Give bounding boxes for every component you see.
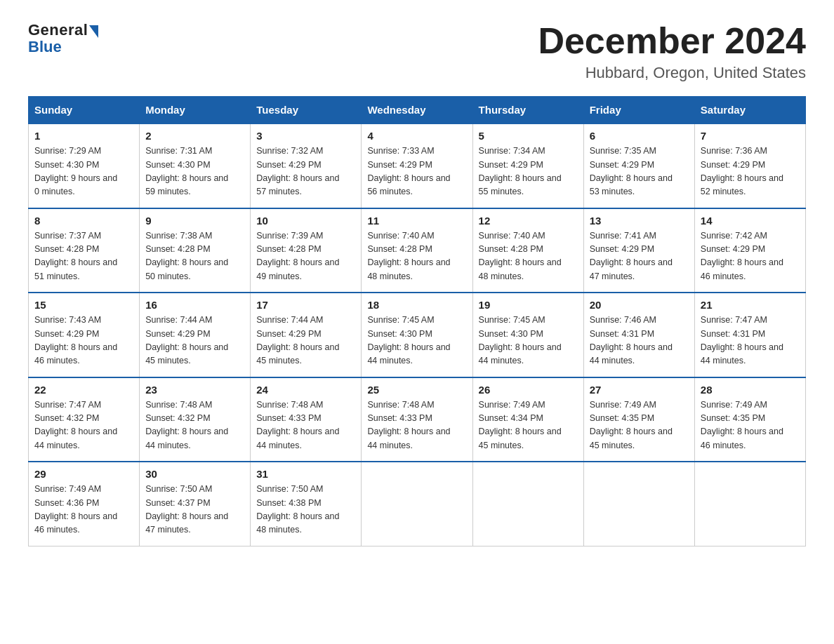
calendar-day-cell: 23Sunrise: 7:48 AMSunset: 4:32 PMDayligh… <box>140 377 251 462</box>
title-area: December 2024 Hubbard, Oregon, United St… <box>538 21 806 82</box>
day-header-monday: Monday <box>140 97 251 124</box>
calendar-day-cell: 14Sunrise: 7:42 AMSunset: 4:29 PMDayligh… <box>694 208 805 293</box>
day-number: 16 <box>145 299 244 311</box>
day-info: Sunrise: 7:50 AMSunset: 4:38 PMDaylight:… <box>256 483 355 537</box>
calendar-empty-cell <box>362 462 472 546</box>
calendar-day-cell: 12Sunrise: 7:40 AMSunset: 4:28 PMDayligh… <box>472 208 583 293</box>
calendar-day-cell: 22Sunrise: 7:47 AMSunset: 4:32 PMDayligh… <box>29 377 140 462</box>
day-number: 30 <box>145 468 244 480</box>
calendar-week-row: 29Sunrise: 7:49 AMSunset: 4:36 PMDayligh… <box>29 462 806 546</box>
calendar-day-cell: 19Sunrise: 7:45 AMSunset: 4:30 PMDayligh… <box>472 293 583 377</box>
day-number: 8 <box>34 215 133 227</box>
day-number: 1 <box>34 130 133 142</box>
day-info: Sunrise: 7:29 AMSunset: 4:30 PMDaylight:… <box>34 145 133 199</box>
calendar-day-cell: 29Sunrise: 7:49 AMSunset: 4:36 PMDayligh… <box>29 462 140 546</box>
calendar-day-cell: 16Sunrise: 7:44 AMSunset: 4:29 PMDayligh… <box>140 293 251 377</box>
calendar-day-cell: 26Sunrise: 7:49 AMSunset: 4:34 PMDayligh… <box>472 377 583 462</box>
calendar-day-cell: 9Sunrise: 7:38 AMSunset: 4:28 PMDaylight… <box>140 208 251 293</box>
day-info: Sunrise: 7:42 AMSunset: 4:29 PMDaylight:… <box>701 229 800 284</box>
day-info: Sunrise: 7:43 AMSunset: 4:29 PMDaylight:… <box>34 314 133 368</box>
calendar-day-cell: 17Sunrise: 7:44 AMSunset: 4:29 PMDayligh… <box>251 293 362 377</box>
day-number: 7 <box>701 130 800 142</box>
day-number: 27 <box>590 384 689 396</box>
calendar-day-cell: 1Sunrise: 7:29 AMSunset: 4:30 PMDaylight… <box>29 123 140 208</box>
day-info: Sunrise: 7:46 AMSunset: 4:31 PMDaylight:… <box>590 314 689 368</box>
calendar-day-cell: 7Sunrise: 7:36 AMSunset: 4:29 PMDaylight… <box>694 123 805 208</box>
page-header: General Blue December 2024 Hubbard, Oreg… <box>28 21 806 82</box>
calendar-day-cell: 28Sunrise: 7:49 AMSunset: 4:35 PMDayligh… <box>694 377 805 462</box>
day-info: Sunrise: 7:47 AMSunset: 4:31 PMDaylight:… <box>701 314 800 368</box>
day-number: 5 <box>479 130 578 142</box>
day-header-wednesday: Wednesday <box>362 97 472 124</box>
day-number: 14 <box>701 215 800 227</box>
day-info: Sunrise: 7:37 AMSunset: 4:28 PMDaylight:… <box>34 229 133 284</box>
day-info: Sunrise: 7:35 AMSunset: 4:29 PMDaylight:… <box>590 145 689 199</box>
day-info: Sunrise: 7:49 AMSunset: 4:35 PMDaylight:… <box>590 398 689 453</box>
day-number: 26 <box>479 384 578 396</box>
day-info: Sunrise: 7:45 AMSunset: 4:30 PMDaylight:… <box>367 314 466 368</box>
day-number: 12 <box>479 215 578 227</box>
day-info: Sunrise: 7:40 AMSunset: 4:28 PMDaylight:… <box>367 229 466 284</box>
day-info: Sunrise: 7:49 AMSunset: 4:34 PMDaylight:… <box>479 398 578 453</box>
day-info: Sunrise: 7:41 AMSunset: 4:29 PMDaylight:… <box>590 229 689 284</box>
logo: General Blue <box>28 21 98 56</box>
calendar-day-cell: 15Sunrise: 7:43 AMSunset: 4:29 PMDayligh… <box>29 293 140 377</box>
calendar-day-cell: 27Sunrise: 7:49 AMSunset: 4:35 PMDayligh… <box>583 377 694 462</box>
calendar-day-cell: 4Sunrise: 7:33 AMSunset: 4:29 PMDaylight… <box>362 123 472 208</box>
calendar-day-cell: 6Sunrise: 7:35 AMSunset: 4:29 PMDaylight… <box>583 123 694 208</box>
day-info: Sunrise: 7:50 AMSunset: 4:37 PMDaylight:… <box>145 483 244 537</box>
logo-general-text: General <box>28 21 88 39</box>
calendar-empty-cell <box>694 462 805 546</box>
calendar-empty-cell <box>583 462 694 546</box>
day-number: 19 <box>479 299 578 311</box>
calendar-day-cell: 11Sunrise: 7:40 AMSunset: 4:28 PMDayligh… <box>362 208 472 293</box>
day-number: 25 <box>367 384 466 396</box>
day-info: Sunrise: 7:49 AMSunset: 4:35 PMDaylight:… <box>701 398 800 453</box>
calendar-day-cell: 20Sunrise: 7:46 AMSunset: 4:31 PMDayligh… <box>583 293 694 377</box>
calendar-day-cell: 24Sunrise: 7:48 AMSunset: 4:33 PMDayligh… <box>251 377 362 462</box>
day-header-tuesday: Tuesday <box>251 97 362 124</box>
day-info: Sunrise: 7:49 AMSunset: 4:36 PMDaylight:… <box>34 483 133 537</box>
day-number: 29 <box>34 468 133 480</box>
day-info: Sunrise: 7:31 AMSunset: 4:30 PMDaylight:… <box>145 145 244 199</box>
day-number: 18 <box>367 299 466 311</box>
day-number: 3 <box>256 130 355 142</box>
calendar-day-cell: 21Sunrise: 7:47 AMSunset: 4:31 PMDayligh… <box>694 293 805 377</box>
day-info: Sunrise: 7:36 AMSunset: 4:29 PMDaylight:… <box>701 145 800 199</box>
calendar-day-cell: 2Sunrise: 7:31 AMSunset: 4:30 PMDaylight… <box>140 123 251 208</box>
calendar-empty-cell <box>472 462 583 546</box>
day-info: Sunrise: 7:34 AMSunset: 4:29 PMDaylight:… <box>479 145 578 199</box>
day-header-thursday: Thursday <box>472 97 583 124</box>
day-number: 23 <box>145 384 244 396</box>
day-info: Sunrise: 7:44 AMSunset: 4:29 PMDaylight:… <box>256 314 355 368</box>
day-number: 2 <box>145 130 244 142</box>
calendar-week-row: 22Sunrise: 7:47 AMSunset: 4:32 PMDayligh… <box>29 377 806 462</box>
day-header-saturday: Saturday <box>694 97 805 124</box>
day-info: Sunrise: 7:40 AMSunset: 4:28 PMDaylight:… <box>479 229 578 284</box>
logo-blue-text: Blue <box>28 38 62 56</box>
day-number: 20 <box>590 299 689 311</box>
calendar-day-cell: 8Sunrise: 7:37 AMSunset: 4:28 PMDaylight… <box>29 208 140 293</box>
calendar-day-cell: 10Sunrise: 7:39 AMSunset: 4:28 PMDayligh… <box>251 208 362 293</box>
day-info: Sunrise: 7:33 AMSunset: 4:29 PMDaylight:… <box>367 145 466 199</box>
day-info: Sunrise: 7:48 AMSunset: 4:33 PMDaylight:… <box>367 398 466 453</box>
calendar-week-row: 15Sunrise: 7:43 AMSunset: 4:29 PMDayligh… <box>29 293 806 377</box>
month-title: December 2024 <box>538 21 806 61</box>
day-number: 4 <box>367 130 466 142</box>
day-number: 28 <box>701 384 800 396</box>
day-number: 6 <box>590 130 689 142</box>
calendar-table: SundayMondayTuesdayWednesdayThursdayFrid… <box>28 96 806 546</box>
day-number: 10 <box>256 215 355 227</box>
day-info: Sunrise: 7:48 AMSunset: 4:33 PMDaylight:… <box>256 398 355 453</box>
calendar-header-row: SundayMondayTuesdayWednesdayThursdayFrid… <box>29 97 806 124</box>
day-number: 17 <box>256 299 355 311</box>
day-header-friday: Friday <box>583 97 694 124</box>
calendar-day-cell: 30Sunrise: 7:50 AMSunset: 4:37 PMDayligh… <box>140 462 251 546</box>
day-number: 11 <box>367 215 466 227</box>
logo-arrow-icon <box>89 25 98 38</box>
day-number: 21 <box>701 299 800 311</box>
day-info: Sunrise: 7:44 AMSunset: 4:29 PMDaylight:… <box>145 314 244 368</box>
day-number: 24 <box>256 384 355 396</box>
day-info: Sunrise: 7:38 AMSunset: 4:28 PMDaylight:… <box>145 229 244 284</box>
day-number: 22 <box>34 384 133 396</box>
